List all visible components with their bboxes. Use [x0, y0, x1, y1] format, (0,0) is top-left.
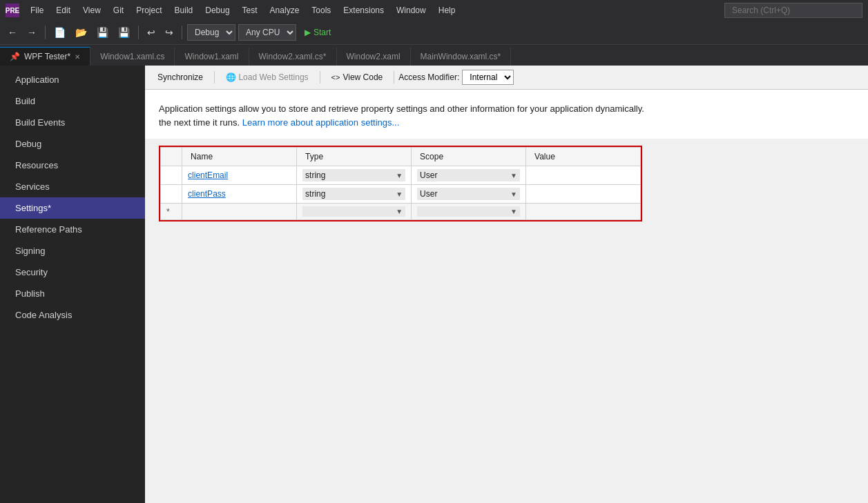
menu-git[interactable]: Git	[108, 3, 129, 18]
sidebar-item-reference-paths[interactable]: Reference Paths	[0, 219, 145, 240]
table-row: clientEmail string ▼ User	[161, 166, 641, 185]
content-area: Synchronize 🌐 Load Web Settings <> View …	[145, 66, 868, 503]
main-toolbar: ← → 📄 📂 💾 💾 ↩ ↪ Debug Any CPU ▶ Start	[0, 21, 868, 45]
sidebar-item-services[interactable]: Services	[0, 176, 145, 197]
load-web-settings-icon: 🌐	[226, 72, 236, 82]
menu-extensions[interactable]: Extensions	[338, 3, 389, 18]
sidebar-item-security[interactable]: Security	[0, 262, 145, 283]
row1-type-value: string	[305, 170, 325, 180]
description-text: Application settings allow you to store …	[159, 103, 644, 114]
new-row-type-dropdown[interactable]: ▼	[302, 206, 405, 217]
play-icon: ▶	[305, 28, 311, 37]
tab-wpf-tester[interactable]: 📌 WPF Tester* ✕	[0, 47, 90, 66]
load-web-settings-button[interactable]: 🌐 Load Web Settings	[219, 70, 316, 85]
settings-container: Name Type Scope Value clientEmail	[145, 139, 868, 230]
synchronize-button[interactable]: Synchronize	[151, 70, 210, 85]
row1-type-cell: string ▼	[297, 166, 412, 185]
row1-value-cell[interactable]	[526, 166, 641, 185]
sidebar-item-settings[interactable]: Settings*	[0, 197, 145, 219]
tab-close-icon[interactable]: ✕	[75, 53, 80, 61]
save-all-button[interactable]: 💾	[115, 25, 133, 40]
row1-name-cell[interactable]: clientEmail	[182, 166, 297, 185]
new-row-asterisk-cell: *	[161, 204, 182, 220]
save-button[interactable]: 💾	[93, 25, 112, 40]
view-code-button[interactable]: <> View Code	[325, 70, 390, 85]
new-row-type-cell: ▼	[297, 204, 412, 220]
table-new-row: * ▼	[161, 204, 641, 220]
menu-analyze[interactable]: Analyze	[264, 3, 305, 18]
row2-type-dropdown[interactable]: string ▼	[302, 188, 405, 200]
tab-window1-xaml-cs[interactable]: Window1.xaml.cs	[90, 48, 175, 66]
new-row-scope-dropdown[interactable]: ▼	[417, 206, 520, 217]
debug-config-select[interactable]: Debug	[187, 24, 235, 41]
col-header-checkbox	[161, 148, 182, 166]
row1-checkbox-cell	[161, 166, 182, 185]
row2-name-link[interactable]: clientPass	[188, 189, 226, 199]
sidebar-item-build-events[interactable]: Build Events	[0, 112, 145, 133]
forward-button[interactable]: →	[23, 25, 40, 40]
menu-project[interactable]: Project	[131, 3, 167, 18]
row2-scope-cell: User ▼	[412, 185, 526, 204]
tab-window2-xaml-cs[interactable]: Window2.xaml.cs*	[249, 48, 337, 66]
sidebar: Application Build Build Events Debug Res…	[0, 66, 145, 503]
tab-mainwindow-xaml-cs[interactable]: MainWindow.xaml.cs*	[411, 48, 512, 66]
undo-button[interactable]: ↩	[144, 25, 159, 40]
toolbar-separator-3	[182, 26, 182, 39]
new-row-name-cell[interactable]	[182, 204, 297, 220]
back-button[interactable]: ←	[4, 25, 21, 40]
row2-value-cell[interactable]	[526, 185, 641, 204]
content-separator-3	[394, 71, 394, 83]
new-row-value-cell[interactable]	[526, 204, 641, 220]
redo-button[interactable]: ↪	[162, 25, 177, 40]
row2-scope-dropdown[interactable]: User ▼	[417, 188, 520, 200]
open-button[interactable]: 📂	[72, 25, 90, 40]
sidebar-item-code-analysis[interactable]: Code Analysis	[0, 304, 145, 326]
row1-scope-value: User	[420, 170, 437, 180]
menu-help[interactable]: Help	[433, 3, 461, 18]
menu-view[interactable]: View	[77, 3, 106, 18]
learn-more-link[interactable]: Learn more about application settings...	[242, 117, 400, 128]
menu-edit[interactable]: Edit	[50, 3, 76, 18]
menu-window[interactable]: Window	[391, 3, 432, 18]
new-file-button[interactable]: 📄	[50, 25, 69, 40]
menu-debug[interactable]: Debug	[200, 3, 235, 18]
sidebar-item-debug[interactable]: Debug	[0, 133, 145, 155]
menu-file[interactable]: File	[25, 3, 49, 18]
row2-type-value: string	[305, 189, 325, 199]
row2-name-cell[interactable]: clientPass	[182, 185, 297, 204]
menu-tools[interactable]: Tools	[306, 3, 336, 18]
tabs-bar: 📌 WPF Tester* ✕ Window1.xaml.cs Window1.…	[0, 45, 868, 66]
start-button[interactable]: ▶ Start	[299, 26, 336, 39]
settings-table: Name Type Scope Value clientEmail	[160, 147, 641, 220]
tab-label: WPF Tester*	[24, 52, 70, 61]
sidebar-item-publish[interactable]: Publish	[0, 283, 145, 304]
access-modifier-label: Access Modifier:	[398, 72, 459, 82]
search-input[interactable]	[724, 3, 862, 18]
sidebar-item-signing[interactable]: Signing	[0, 240, 145, 262]
menu-build[interactable]: Build	[169, 3, 199, 18]
description-text2: the next time it runs.	[159, 117, 240, 128]
table-row: clientPass string ▼ User	[161, 185, 641, 204]
sidebar-item-resources[interactable]: Resources	[0, 155, 145, 176]
title-bar: PRE File Edit View Git Project Build Deb…	[0, 0, 868, 21]
row2-type-chevron-icon: ▼	[396, 190, 403, 198]
start-label: Start	[314, 28, 331, 37]
access-modifier-select[interactable]: Internal Public	[462, 70, 514, 85]
cpu-select[interactable]: Any CPU	[238, 24, 296, 41]
new-row-scope-chevron-icon: ▼	[510, 208, 517, 215]
tab-window2-xaml[interactable]: Window2.xaml	[337, 48, 411, 66]
sidebar-item-build[interactable]: Build	[0, 90, 145, 112]
tab-window1-xaml[interactable]: Window1.xaml	[175, 48, 249, 66]
row1-scope-dropdown[interactable]: User ▼	[417, 169, 520, 181]
col-header-scope: Scope	[412, 148, 526, 166]
row1-name-link[interactable]: clientEmail	[188, 170, 228, 180]
menu-test[interactable]: Test	[237, 3, 263, 18]
content-separator-2	[320, 71, 320, 83]
row1-type-dropdown[interactable]: string ▼	[302, 169, 405, 181]
new-row-type-chevron-icon: ▼	[396, 208, 403, 215]
toolbar-separator-2	[138, 26, 139, 39]
row2-checkbox-cell	[161, 185, 182, 204]
tab-label: Window2.xaml.cs*	[259, 52, 327, 61]
tab-label: Window2.xaml	[347, 52, 401, 61]
sidebar-item-application[interactable]: Application	[0, 69, 145, 90]
